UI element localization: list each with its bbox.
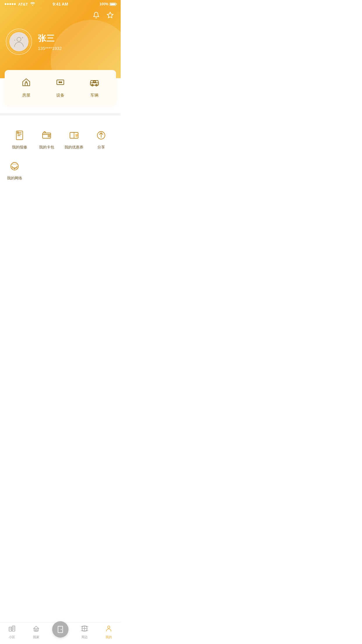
status-left: AT&T	[5, 2, 35, 6]
avatar-icon: ✦ ✦	[12, 35, 26, 48]
battery-icon	[110, 3, 116, 6]
menu-row2: 我的网络	[6, 156, 115, 184]
wifi-icon	[30, 2, 35, 6]
profile-name: 张三	[38, 33, 62, 44]
network-label: 我的网络	[7, 176, 22, 181]
house-icon	[21, 77, 31, 90]
svg-point-7	[61, 82, 62, 83]
menu-item-coupon[interactable]: 羊 我的优惠券	[60, 125, 88, 153]
card-item-car[interactable]: 车辆	[77, 77, 111, 98]
profile-info: 张三 135****1932	[38, 33, 62, 51]
avatar[interactable]: ✦ ✦	[6, 29, 32, 55]
car-label: 车辆	[90, 93, 99, 98]
device-icon	[55, 77, 66, 90]
menu-item-network[interactable]: 我的网络	[6, 156, 23, 184]
status-time: 9:41 AM	[52, 2, 68, 6]
svg-point-1	[17, 37, 21, 41]
network-icon	[8, 159, 22, 173]
share-icon	[94, 128, 108, 142]
wallet-label: 我的卡包	[39, 145, 54, 150]
svg-marker-0	[107, 12, 113, 18]
svg-point-6	[59, 82, 60, 83]
svg-point-19	[14, 169, 15, 169]
repair-label: 我的报修	[12, 145, 27, 150]
svg-text:羊: 羊	[75, 134, 79, 138]
house-label: 房屋	[22, 93, 30, 98]
coupon-icon: 羊	[67, 128, 81, 142]
carrier-label: AT&T	[18, 2, 28, 6]
share-label: 分享	[97, 145, 105, 150]
car-icon	[89, 77, 100, 90]
svg-rect-14	[48, 135, 50, 137]
status-bar: AT&T 9:41 AM 100%	[0, 0, 121, 8]
svg-rect-13	[43, 133, 51, 138]
notification-button[interactable]	[92, 10, 101, 22]
device-label: 设备	[56, 93, 64, 98]
profile-phone: 135****1932	[38, 46, 62, 51]
settings-button[interactable]	[106, 10, 115, 22]
svg-text:✦: ✦	[22, 36, 24, 39]
header-icons	[6, 8, 115, 24]
coupon-label: 我的优惠券	[64, 145, 83, 150]
menu-item-wallet[interactable]: 我的卡包	[33, 125, 61, 153]
menu-item-share[interactable]: 分享	[88, 125, 115, 153]
profile-header: ✦ ✦ 张三 135****1932	[0, 8, 121, 78]
menu-section: 我的报修 我的卡包 羊 我的优惠	[0, 118, 121, 189]
signal-dots	[5, 3, 16, 5]
svg-point-4	[26, 81, 27, 82]
wallet-icon	[40, 128, 54, 142]
property-card: 房屋 设备 车辆	[5, 70, 116, 105]
status-right: 100%	[99, 2, 116, 6]
menu-item-repair[interactable]: 我的报修	[6, 125, 33, 153]
profile-section: ✦ ✦ 张三 135****1932	[6, 24, 115, 61]
card-item-house[interactable]: 房屋	[9, 77, 43, 98]
repair-icon	[13, 128, 27, 142]
card-item-device[interactable]: 设备	[43, 77, 78, 98]
menu-grid: 我的报修 我的卡包 羊 我的优惠	[6, 125, 115, 153]
battery-percent: 100%	[99, 2, 108, 6]
svg-text:✦: ✦	[14, 39, 15, 41]
card-row: 房屋 设备 车辆	[9, 77, 111, 98]
